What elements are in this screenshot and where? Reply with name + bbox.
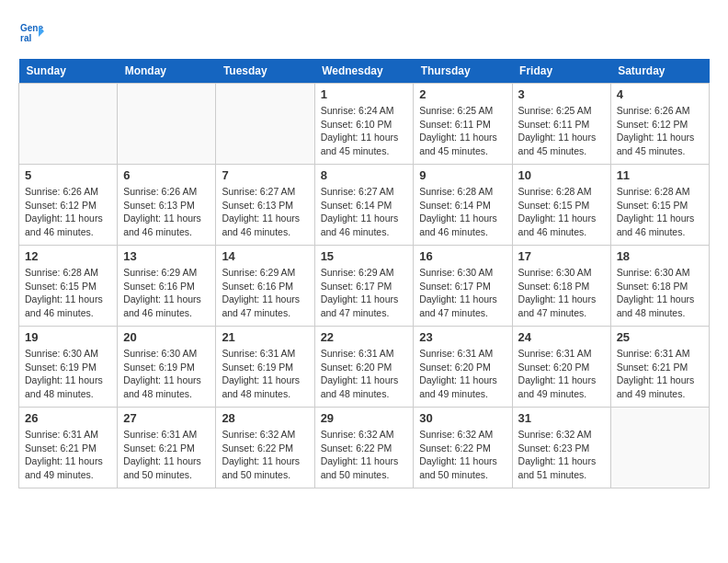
- weekday-header-thursday: Thursday: [414, 59, 512, 84]
- calendar-cell: 9Sunrise: 6:28 AM Sunset: 6:14 PM Daylig…: [414, 165, 512, 246]
- calendar-cell: 27Sunrise: 6:31 AM Sunset: 6:21 PM Dayli…: [118, 408, 216, 488]
- calendar-cell: 31Sunrise: 6:32 AM Sunset: 6:23 PM Dayli…: [512, 408, 610, 488]
- day-info: Sunrise: 6:31 AM Sunset: 6:19 PM Dayligh…: [222, 347, 308, 401]
- day-info: Sunrise: 6:31 AM Sunset: 6:21 PM Dayligh…: [617, 347, 703, 401]
- day-info: Sunrise: 6:24 AM Sunset: 6:10 PM Dayligh…: [321, 104, 408, 158]
- day-number: 30: [419, 411, 506, 425]
- day-number: 9: [419, 168, 506, 182]
- calendar-cell: 4Sunrise: 6:26 AM Sunset: 6:12 PM Daylig…: [610, 84, 709, 165]
- calendar-week-4: 19Sunrise: 6:30 AM Sunset: 6:19 PM Dayli…: [19, 327, 710, 408]
- day-number: 14: [222, 249, 308, 263]
- day-info: Sunrise: 6:25 AM Sunset: 6:11 PM Dayligh…: [518, 104, 605, 158]
- calendar-week-5: 26Sunrise: 6:31 AM Sunset: 6:21 PM Dayli…: [19, 408, 710, 488]
- day-info: Sunrise: 6:32 AM Sunset: 6:22 PM Dayligh…: [321, 428, 408, 482]
- day-number: 11: [617, 168, 703, 182]
- day-number: 13: [123, 249, 210, 263]
- logo-icon: Gene ral: [18, 18, 44, 44]
- day-info: Sunrise: 6:31 AM Sunset: 6:20 PM Dayligh…: [321, 347, 408, 401]
- weekday-header-wednesday: Wednesday: [314, 59, 414, 84]
- day-number: 17: [518, 249, 605, 263]
- day-info: Sunrise: 6:30 AM Sunset: 6:17 PM Dayligh…: [419, 266, 506, 320]
- calendar-cell: 28Sunrise: 6:32 AM Sunset: 6:22 PM Dayli…: [216, 408, 314, 488]
- day-info: Sunrise: 6:31 AM Sunset: 6:20 PM Dayligh…: [419, 347, 506, 401]
- day-info: Sunrise: 6:30 AM Sunset: 6:19 PM Dayligh…: [25, 347, 111, 401]
- calendar-cell: 1Sunrise: 6:24 AM Sunset: 6:10 PM Daylig…: [314, 84, 414, 165]
- page-header: Gene ral: [18, 18, 710, 44]
- calendar-cell: 15Sunrise: 6:29 AM Sunset: 6:17 PM Dayli…: [314, 246, 414, 327]
- day-info: Sunrise: 6:29 AM Sunset: 6:16 PM Dayligh…: [222, 266, 308, 320]
- day-info: Sunrise: 6:28 AM Sunset: 6:15 PM Dayligh…: [617, 185, 703, 239]
- day-info: Sunrise: 6:32 AM Sunset: 6:22 PM Dayligh…: [222, 428, 308, 482]
- day-number: 31: [518, 411, 605, 425]
- calendar-cell: 29Sunrise: 6:32 AM Sunset: 6:22 PM Dayli…: [314, 408, 414, 488]
- day-info: Sunrise: 6:26 AM Sunset: 6:13 PM Dayligh…: [123, 185, 210, 239]
- day-number: 21: [222, 330, 308, 344]
- calendar-cell: 30Sunrise: 6:32 AM Sunset: 6:22 PM Dayli…: [414, 408, 512, 488]
- day-number: 27: [123, 411, 210, 425]
- calendar-table: SundayMondayTuesdayWednesdayThursdayFrid…: [18, 59, 710, 488]
- calendar-cell: 11Sunrise: 6:28 AM Sunset: 6:15 PM Dayli…: [610, 165, 709, 246]
- day-number: 29: [321, 411, 408, 425]
- day-number: 8: [321, 168, 408, 182]
- calendar-cell: 18Sunrise: 6:30 AM Sunset: 6:18 PM Dayli…: [610, 246, 709, 327]
- calendar-cell: 23Sunrise: 6:31 AM Sunset: 6:20 PM Dayli…: [414, 327, 512, 408]
- day-number: 3: [518, 87, 605, 101]
- calendar-cell: 5Sunrise: 6:26 AM Sunset: 6:12 PM Daylig…: [19, 165, 118, 246]
- calendar-cell: 20Sunrise: 6:30 AM Sunset: 6:19 PM Dayli…: [118, 327, 216, 408]
- weekday-header-friday: Friday: [512, 59, 610, 84]
- day-info: Sunrise: 6:30 AM Sunset: 6:19 PM Dayligh…: [123, 347, 210, 401]
- day-number: 28: [222, 411, 308, 425]
- calendar-cell: 6Sunrise: 6:26 AM Sunset: 6:13 PM Daylig…: [118, 165, 216, 246]
- calendar-cell: 21Sunrise: 6:31 AM Sunset: 6:19 PM Dayli…: [216, 327, 314, 408]
- day-number: 2: [419, 87, 506, 101]
- calendar-cell: 2Sunrise: 6:25 AM Sunset: 6:11 PM Daylig…: [414, 84, 512, 165]
- calendar-cell: [19, 84, 118, 165]
- day-info: Sunrise: 6:27 AM Sunset: 6:14 PM Dayligh…: [321, 185, 408, 239]
- calendar-body: 1Sunrise: 6:24 AM Sunset: 6:10 PM Daylig…: [19, 84, 710, 488]
- day-number: 25: [617, 330, 703, 344]
- day-number: 15: [321, 249, 408, 263]
- day-number: 4: [617, 87, 703, 101]
- calendar-cell: 13Sunrise: 6:29 AM Sunset: 6:16 PM Dayli…: [118, 246, 216, 327]
- calendar-cell: 24Sunrise: 6:31 AM Sunset: 6:20 PM Dayli…: [512, 327, 610, 408]
- calendar-cell: 10Sunrise: 6:28 AM Sunset: 6:15 PM Dayli…: [512, 165, 610, 246]
- calendar-cell: 3Sunrise: 6:25 AM Sunset: 6:11 PM Daylig…: [512, 84, 610, 165]
- logo: Gene ral: [18, 18, 48, 44]
- calendar-week-3: 12Sunrise: 6:28 AM Sunset: 6:15 PM Dayli…: [19, 246, 710, 327]
- day-info: Sunrise: 6:26 AM Sunset: 6:12 PM Dayligh…: [617, 104, 703, 158]
- day-info: Sunrise: 6:26 AM Sunset: 6:12 PM Dayligh…: [25, 185, 111, 239]
- day-number: 1: [321, 87, 408, 101]
- day-number: 5: [25, 168, 111, 182]
- day-number: 24: [518, 330, 605, 344]
- day-number: 12: [25, 249, 111, 263]
- day-info: Sunrise: 6:30 AM Sunset: 6:18 PM Dayligh…: [518, 266, 605, 320]
- day-info: Sunrise: 6:31 AM Sunset: 6:21 PM Dayligh…: [25, 428, 111, 482]
- day-number: 22: [321, 330, 408, 344]
- day-info: Sunrise: 6:29 AM Sunset: 6:17 PM Dayligh…: [321, 266, 408, 320]
- calendar-cell: 7Sunrise: 6:27 AM Sunset: 6:13 PM Daylig…: [216, 165, 314, 246]
- svg-text:ral: ral: [20, 33, 31, 43]
- calendar-cell: 16Sunrise: 6:30 AM Sunset: 6:17 PM Dayli…: [414, 246, 512, 327]
- calendar-cell: [216, 84, 314, 165]
- day-info: Sunrise: 6:28 AM Sunset: 6:14 PM Dayligh…: [419, 185, 506, 239]
- day-number: 10: [518, 168, 605, 182]
- day-number: 19: [25, 330, 111, 344]
- weekday-header-sunday: Sunday: [19, 59, 118, 84]
- calendar-cell: 8Sunrise: 6:27 AM Sunset: 6:14 PM Daylig…: [314, 165, 414, 246]
- day-info: Sunrise: 6:31 AM Sunset: 6:21 PM Dayligh…: [123, 428, 210, 482]
- day-number: 23: [419, 330, 506, 344]
- calendar-cell: 22Sunrise: 6:31 AM Sunset: 6:20 PM Dayli…: [314, 327, 414, 408]
- calendar-cell: [118, 84, 216, 165]
- day-info: Sunrise: 6:32 AM Sunset: 6:23 PM Dayligh…: [518, 428, 605, 482]
- weekday-header-monday: Monday: [118, 59, 216, 84]
- day-info: Sunrise: 6:27 AM Sunset: 6:13 PM Dayligh…: [222, 185, 308, 239]
- weekday-header-tuesday: Tuesday: [216, 59, 314, 84]
- day-info: Sunrise: 6:28 AM Sunset: 6:15 PM Dayligh…: [25, 266, 111, 320]
- day-info: Sunrise: 6:28 AM Sunset: 6:15 PM Dayligh…: [518, 185, 605, 239]
- calendar-cell: 19Sunrise: 6:30 AM Sunset: 6:19 PM Dayli…: [19, 327, 118, 408]
- calendar-cell: 25Sunrise: 6:31 AM Sunset: 6:21 PM Dayli…: [610, 327, 709, 408]
- calendar-cell: [610, 408, 709, 488]
- day-info: Sunrise: 6:25 AM Sunset: 6:11 PM Dayligh…: [419, 104, 506, 158]
- calendar-week-1: 1Sunrise: 6:24 AM Sunset: 6:10 PM Daylig…: [19, 84, 710, 165]
- weekday-header-saturday: Saturday: [610, 59, 709, 84]
